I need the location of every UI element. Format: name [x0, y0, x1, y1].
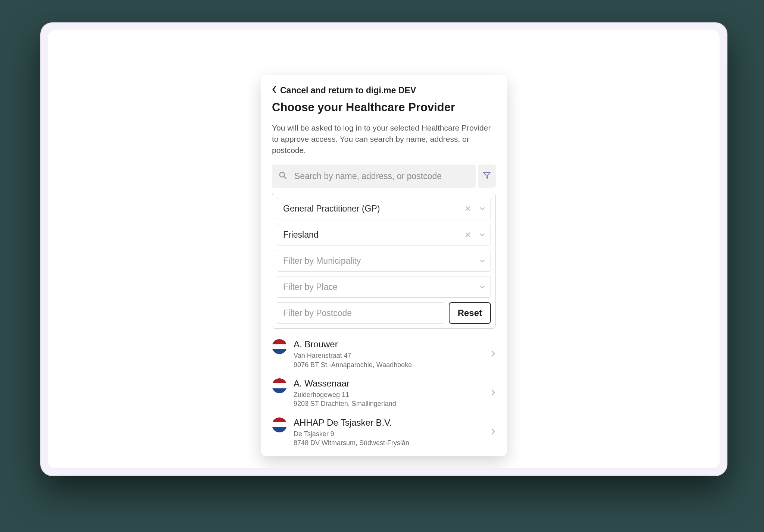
result-name: A. Wassenaar	[294, 378, 484, 389]
chevron-right-icon	[491, 428, 496, 437]
result-text: A. Brouwer Van Harenstraat 47 9076 BT St…	[294, 339, 484, 369]
list-item[interactable]: A. Brouwer Van Harenstraat 47 9076 BT St…	[261, 335, 507, 374]
chevron-down-icon[interactable]	[474, 205, 491, 212]
result-address-1: Zuiderhogeweg 11	[294, 390, 484, 399]
page-description: You will be asked to log in to your sele…	[272, 122, 496, 156]
result-address-2: 8748 DV Witmarsum, Súdwest-Fryslân	[294, 438, 484, 447]
svg-marker-2	[483, 172, 490, 178]
select-controls	[474, 276, 491, 297]
search-row	[272, 165, 496, 188]
search-input[interactable]	[294, 171, 469, 182]
flag-nl-icon	[272, 339, 287, 354]
flag-nl-icon	[272, 378, 287, 393]
search-box	[272, 165, 476, 188]
filter-postcode-input[interactable]	[277, 302, 444, 324]
filters-panel: General Practitioner (GP) Friesland	[272, 193, 496, 329]
filter-icon	[482, 171, 491, 181]
viewport: Cancel and return to digi.me DEV Choose …	[48, 30, 720, 469]
clear-icon[interactable]	[462, 232, 474, 238]
list-item[interactable]: APOTHEEKH. HUISARTSENPRAKTIJK	[261, 452, 507, 456]
select-controls	[462, 224, 491, 245]
result-name: A. Brouwer	[294, 339, 484, 350]
result-name: AHHAP De Tsjasker B.V.	[294, 417, 484, 428]
reset-button[interactable]: Reset	[449, 302, 491, 324]
results-list: A. Brouwer Van Harenstraat 47 9076 BT St…	[261, 335, 507, 456]
chevron-left-icon	[272, 85, 276, 96]
list-item[interactable]: AHHAP De Tsjasker B.V. De Tsjasker 9 874…	[261, 413, 507, 452]
chevron-right-icon	[491, 388, 496, 398]
filter-province-select[interactable]: Friesland	[277, 224, 491, 245]
select-controls	[474, 250, 491, 271]
result-text: A. Wassenaar Zuiderhogeweg 11 9203 ST Dr…	[294, 378, 484, 409]
select-controls	[462, 198, 491, 219]
list-item[interactable]: A. Wassenaar Zuiderhogeweg 11 9203 ST Dr…	[261, 374, 507, 413]
modal-header: Cancel and return to digi.me DEV Choose …	[261, 75, 507, 156]
filter-province-value: Friesland	[283, 230, 462, 240]
filter-municipality-select[interactable]: Filter by Municipality	[277, 250, 491, 272]
svg-line-1	[284, 176, 286, 178]
cancel-return-link[interactable]: Cancel and return to digi.me DEV	[272, 85, 416, 96]
filter-category-select[interactable]: General Practitioner (GP)	[277, 198, 491, 219]
page-title: Choose your Healthcare Provider	[272, 101, 496, 114]
filter-municipality-placeholder: Filter by Municipality	[283, 256, 474, 266]
chevron-down-icon[interactable]	[474, 284, 491, 290]
filter-category-value: General Practitioner (GP)	[283, 204, 462, 214]
chevron-down-icon[interactable]	[474, 257, 491, 264]
filter-place-select[interactable]: Filter by Place	[277, 276, 491, 298]
filter-place-placeholder: Filter by Place	[283, 282, 474, 292]
browser-frame: Cancel and return to digi.me DEV Choose …	[40, 22, 727, 476]
filter-toggle-button[interactable]	[478, 165, 496, 188]
result-address-1: Van Harenstraat 47	[294, 351, 484, 360]
result-address-2: 9076 BT St.-Annaparochie, Waadhoeke	[294, 360, 484, 369]
clear-icon[interactable]	[462, 206, 474, 212]
result-text: AHHAP De Tsjasker B.V. De Tsjasker 9 874…	[294, 417, 484, 448]
cancel-return-label: Cancel and return to digi.me DEV	[280, 85, 416, 96]
search-icon	[279, 171, 287, 181]
result-address-1: De Tsjasker 9	[294, 429, 484, 438]
result-address-2: 9203 ST Drachten, Smallingerland	[294, 399, 484, 408]
flag-nl-icon	[272, 417, 287, 432]
chevron-down-icon[interactable]	[474, 231, 491, 238]
provider-modal: Cancel and return to digi.me DEV Choose …	[261, 75, 507, 456]
postcode-row: Reset	[277, 302, 491, 324]
chevron-right-icon	[491, 350, 496, 359]
